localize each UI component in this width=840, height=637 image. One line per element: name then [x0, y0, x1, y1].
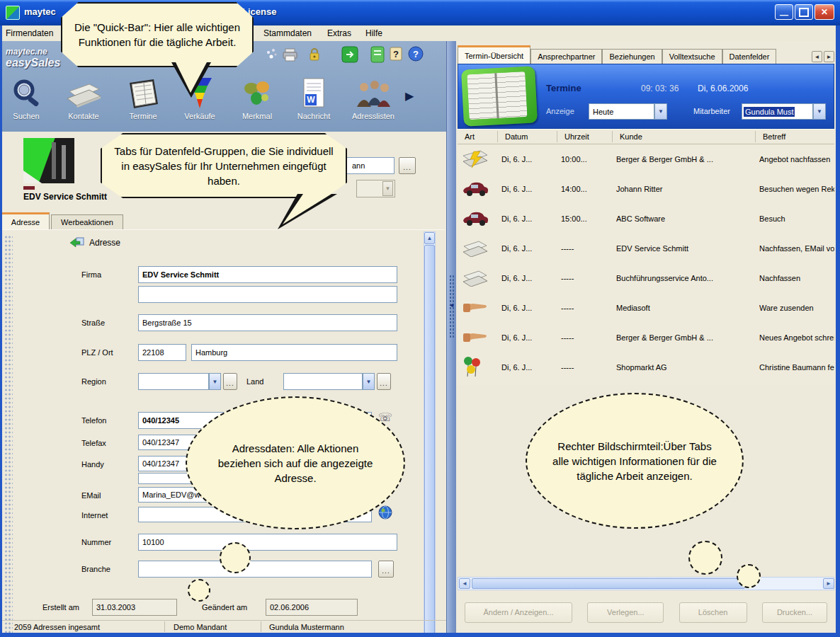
nummer-input[interactable]: 10100: [138, 534, 397, 551]
column-art[interactable]: Art: [458, 131, 497, 142]
anzeige-dropdown-button[interactable]: ▼: [654, 103, 667, 120]
scroll-right-button[interactable]: ►: [823, 578, 834, 589]
splitter-collapse-icon[interactable]: ◄: [448, 302, 455, 309]
quickbar-item-suchen[interactable]: Suchen: [0, 75, 54, 120]
menu-extras[interactable]: Extras: [327, 28, 351, 38]
hscrollbar-thumb[interactable]: [472, 578, 745, 589]
quickbar-item-adresslisten[interactable]: Adresslisten: [346, 75, 401, 120]
mitarbeiter-dropdown-button[interactable]: ▼: [813, 103, 826, 120]
plz-input[interactable]: 22108: [138, 344, 186, 361]
chat-green-icon[interactable]: [341, 46, 358, 66]
row-uhrzeit: -----: [561, 304, 616, 312]
form-vertical-scrollbar[interactable]: ▲ ▼: [424, 231, 436, 637]
callout-tabs: Tabs für Datenfeld-Gruppen, die Sie indi…: [101, 133, 347, 198]
firma-input[interactable]: EDV Service Schmitt: [138, 266, 397, 283]
tab-datenfelder[interactable]: Datenfelder: [722, 49, 777, 64]
minimize-button[interactable]: —: [775, 4, 793, 20]
quickbar-item-termine[interactable]: Termine: [115, 75, 171, 120]
tab-beziehungen[interactable]: Beziehungen: [602, 49, 662, 64]
menu-firmendaten[interactable]: Firmendaten: [6, 28, 53, 38]
termine-actions: Ändern / Anzeigen... Verlegen... Löschen…: [458, 600, 834, 624]
document-green-icon[interactable]: [370, 46, 385, 66]
scroll-left-button[interactable]: ◄: [459, 578, 470, 589]
table-row[interactable]: Di, 6. J... 15:00... ABC Software Besuch: [458, 204, 834, 234]
sale-flash-icon: [458, 149, 501, 170]
word-document-icon: W: [286, 75, 341, 112]
region-label: Region: [81, 377, 106, 386]
telefax-label: Telefax: [81, 439, 106, 447]
anzeige-select[interactable]: Heute: [589, 103, 654, 120]
werbung-dropdown-button[interactable]: ▼: [382, 181, 393, 196]
strasse-input[interactable]: Bergstraße 15: [138, 314, 397, 331]
maximize-button[interactable]: [795, 4, 813, 20]
region-lookup-button[interactable]: ...: [223, 373, 237, 390]
table-row[interactable]: Di, 6. J... ----- Berger & Berger GmbH &…: [458, 323, 834, 352]
contact-lookup-button[interactable]: ...: [399, 157, 416, 174]
row-betreff: Christine Baumann fei: [759, 363, 834, 372]
anzeige-label: Anzeige: [546, 107, 574, 115]
branche-label: Branche: [81, 565, 110, 573]
column-kunde[interactable]: Kunde: [612, 131, 755, 142]
land-lookup-button[interactable]: ...: [377, 373, 391, 390]
region-dropdown-button[interactable]: ▼: [209, 373, 221, 390]
row-datum: Di, 6. J...: [501, 185, 561, 193]
svg-text:W: W: [307, 95, 315, 105]
sparkle-icon[interactable]: [265, 48, 279, 65]
maximize-icon: [799, 8, 809, 17]
region-select[interactable]: [138, 373, 209, 390]
quickbar-item-nachricht[interactable]: W Nachricht: [286, 75, 341, 120]
row-uhrzeit: -----: [561, 363, 616, 372]
help-box-icon[interactable]: ?: [390, 47, 404, 65]
tab-volltextsuche[interactable]: Volltextsuche: [662, 49, 722, 64]
printer-icon[interactable]: [282, 47, 299, 65]
land-dropdown-button[interactable]: ▼: [363, 373, 375, 390]
handy-label: Handy: [81, 460, 104, 469]
column-uhrzeit[interactable]: Uhrzeit: [557, 131, 612, 142]
table-row[interactable]: Di, 6. J... ----- Shopmarkt AG Christine…: [458, 352, 834, 382]
erstellt-value: 31.03.2003: [92, 599, 177, 616]
row-betreff: Nachfassen, EMail vor: [759, 244, 834, 253]
drucken-button[interactable]: Drucken...: [762, 602, 827, 623]
firma2-input[interactable]: [138, 286, 397, 303]
table-row[interactable]: Di, 6. J... ----- Mediasoft Ware zusende…: [458, 293, 834, 323]
quickbar-item-kontakte[interactable]: Kontakte: [56, 75, 111, 120]
table-row[interactable]: Di, 6. J... 14:00... Johann Ritter Besuc…: [458, 174, 834, 204]
scrollbar-thumb[interactable]: [424, 245, 435, 637]
column-betreff[interactable]: Betreff: [755, 131, 834, 142]
lock-icon[interactable]: [307, 47, 322, 65]
row-kunde: Mediasoft: [616, 304, 759, 312]
section-back-icon[interactable]: [69, 236, 85, 251]
menu-stammdaten[interactable]: Stammdaten: [263, 28, 312, 38]
verlegen-button[interactable]: Verlegen...: [587, 602, 664, 623]
tab-scroll-right-button[interactable]: ►: [824, 51, 834, 62]
help-circle-icon[interactable]: ?: [408, 46, 425, 66]
aendern-anzeigen-button[interactable]: Ändern / Anzeigen...: [465, 602, 572, 623]
window-border-left: [0, 25, 2, 637]
list-horizontal-scrollbar[interactable]: ◄ ►: [458, 577, 834, 590]
tab-scroll-left-button[interactable]: ◄: [812, 51, 822, 62]
callout-trail-circle: [220, 542, 251, 573]
column-datum[interactable]: Datum: [497, 131, 557, 142]
table-row[interactable]: Di, 6. J... ----- EDV Service Schmitt Na…: [458, 234, 834, 263]
loeschen-button[interactable]: Löschen: [679, 602, 747, 623]
panel-splitter[interactable]: ◄: [446, 41, 457, 633]
scroll-up-button[interactable]: ▲: [424, 232, 435, 244]
table-row[interactable]: Di, 6. J... ----- Buchführungsservice An…: [458, 263, 834, 293]
tab-adresse[interactable]: Adresse: [1, 212, 50, 229]
tab-werbeaktionen[interactable]: Werbeaktionen: [51, 214, 123, 229]
row-kunde: Berger & Berger GmbH & ...: [616, 155, 759, 163]
land-select[interactable]: [283, 373, 363, 390]
branche-lookup-button[interactable]: ...: [378, 561, 394, 578]
close-button[interactable]: ✕: [815, 4, 834, 20]
menu-hilfe[interactable]: Hilfe: [365, 28, 382, 38]
quickbar-item-merkmal[interactable]: Merkmal: [229, 75, 285, 120]
row-datum: Di, 6. J...: [501, 274, 561, 282]
mitarbeiter-select[interactable]: Gundula Must: [742, 103, 813, 120]
quickbar-more-arrow-icon[interactable]: ▶: [405, 89, 414, 103]
branche-input[interactable]: [138, 561, 372, 578]
ort-input[interactable]: Hamburg: [191, 344, 397, 361]
tab-ansprechpartner[interactable]: Ansprechpartner: [530, 49, 602, 64]
globe-icon[interactable]: [378, 505, 392, 522]
table-row[interactable]: Di, 6. J... 10:00... Berger & Berger Gmb…: [458, 144, 834, 174]
tab-termin-uebersicht[interactable]: Termin-Übersicht: [458, 45, 530, 64]
